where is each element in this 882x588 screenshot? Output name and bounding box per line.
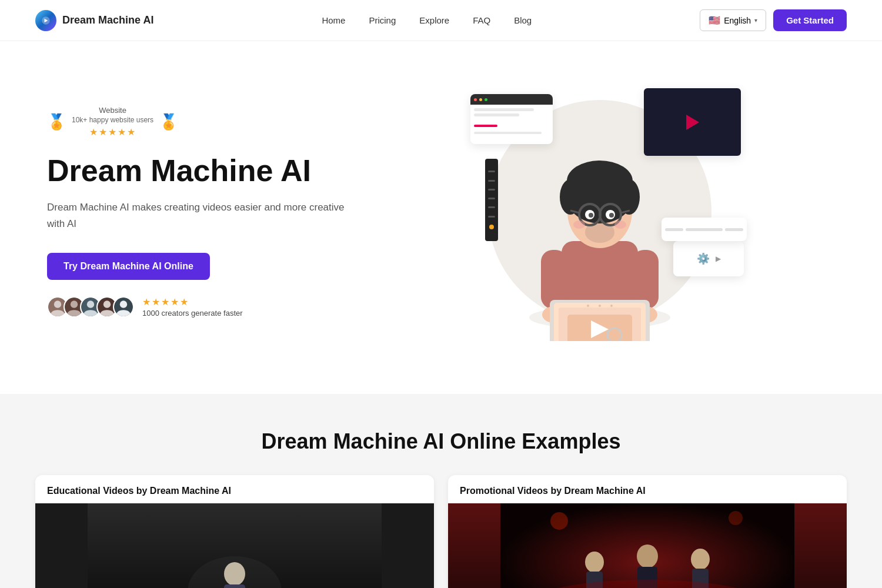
nav-blog[interactable]: Blog [514,15,532,25]
settings-card: ⚙️ ▶ [673,241,744,276]
laurel-left-icon: 🏅 [47,114,66,129]
nav-explore[interactable]: Explore [419,15,449,25]
illustration-container: ⚙️ ▶ [453,82,747,341]
flag-icon: 🇺🇸 [709,15,720,26]
nav-links: Home Pricing Explore FAQ Blog [322,15,532,25]
nav-pricing[interactable]: Pricing [369,15,396,25]
svg-point-8 [103,300,111,308]
examples-title: Dream Machine AI Online Examples [35,429,847,454]
get-started-button[interactable]: Get Started [773,9,847,31]
example-card-title-1: Educational Videos by Dream Machine AI [35,475,434,503]
avatar [113,296,134,318]
hero-title: Dream Machine AI [47,154,353,188]
social-stars: ★★★★★ [142,296,243,308]
toolbar-line [488,198,495,199]
badge-center: Website 10k+ happy website users ★★★★★ [72,106,153,138]
svg-point-31 [585,222,614,243]
thumb-svg-2 [448,503,847,588]
examples-grid: Educational Videos by Dream Machine AI [35,475,847,588]
badge-title: Website [72,106,153,115]
svg-point-6 [87,300,94,308]
example-thumbnail-1 [35,503,434,588]
example-thumbnail-2 [448,503,847,588]
chevron-down-icon: ▾ [754,17,757,24]
try-button[interactable]: Try Dream Machine AI Online [47,253,210,280]
toolbar-line [488,180,495,182]
browser-top-bar [470,94,553,105]
dot-yellow [479,98,482,101]
svg-point-42 [587,305,589,307]
svg-point-29 [573,220,585,229]
avatar-group [47,296,134,318]
nav-faq[interactable]: FAQ [473,15,490,25]
social-proof: ★★★★★ 1000 creators generate faster [47,296,353,318]
red-bar [474,125,497,127]
nav-right: 🇺🇸 English ▾ Get Started [700,9,847,31]
navbar: Dream Machine AI Home Pricing Explore FA… [0,0,882,41]
svg-point-62 [729,511,743,525]
social-description: 1000 creators generate faster [142,309,243,318]
svg-point-54 [585,552,604,573]
lang-label: English [724,16,751,25]
language-selector[interactable]: 🇺🇸 English ▾ [700,9,766,31]
gear-icon: ⚙️ [697,252,710,265]
thumb-svg-1 [35,503,434,588]
progress-bar [725,228,743,231]
svg-point-58 [691,549,710,570]
examples-section: Dream Machine AI Online Examples Educati… [0,394,882,588]
logo-icon [35,10,56,31]
svg-point-4 [71,300,78,308]
badge-row: 🏅 Website 10k+ happy website users ★★★★★… [47,106,353,138]
badge-subtitle: 10k+ happy website users [72,116,153,124]
svg-point-28 [609,213,614,218]
logo-svg [40,15,52,26]
svg-point-30 [614,220,626,229]
toolbar-line [488,206,495,208]
svg-point-44 [610,305,613,307]
svg-point-19 [570,173,629,197]
hero-section: 🏅 Website 10k+ happy website users ★★★★★… [0,41,882,394]
nav-home[interactable]: Home [322,15,345,25]
example-card-2: Promotional Videos by Dream Machine AI [448,475,847,588]
vertical-toolbar [485,159,498,241]
logo-text: Dream Machine AI [62,14,153,26]
laurel-right-icon: 🏅 [159,114,178,129]
hero-illustration: ⚙️ ▶ [353,76,847,347]
svg-point-61 [550,512,568,530]
progress-bar [665,228,683,231]
example-card-1: Educational Videos by Dream Machine AI [35,475,434,588]
svg-point-56 [637,544,658,568]
dots-card [662,218,747,241]
dot-red [474,98,477,101]
play-small-icon: ▶ [716,255,721,263]
toolbar-line [488,189,495,191]
svg-point-2 [54,300,61,308]
toolbar-dot [489,225,494,229]
svg-point-43 [599,305,601,307]
line-item [474,108,534,111]
progress-bar [686,228,723,231]
svg-point-10 [120,300,127,308]
toolbar-line [488,171,495,172]
dot-green [485,98,487,101]
svg-point-27 [589,213,593,218]
social-text: ★★★★★ 1000 creators generate faster [142,296,243,318]
hero-content: 🏅 Website 10k+ happy website users ★★★★★… [47,106,353,318]
logo[interactable]: Dream Machine AI [35,10,153,31]
badge-stars: ★★★★★ [72,126,153,138]
toolbar-line [488,216,495,218]
example-card-title-2: Promotional Videos by Dream Machine AI [448,475,847,503]
hero-description: Dream Machine AI makes creating videos e… [47,199,353,231]
